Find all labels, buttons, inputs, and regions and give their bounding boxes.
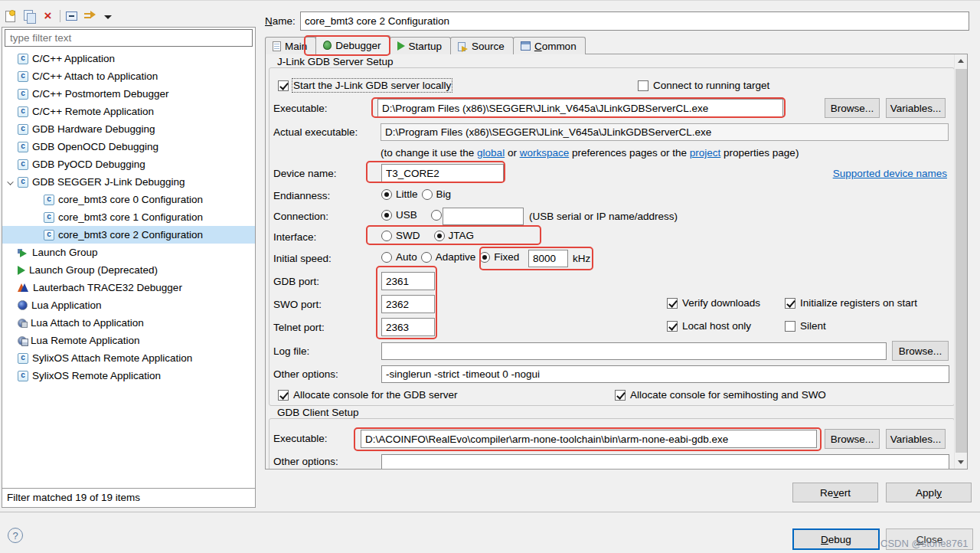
scrollbar-thumb[interactable] bbox=[956, 69, 967, 453]
expander-chevron-icon[interactable] bbox=[7, 178, 13, 185]
checkbox-icon[interactable] bbox=[667, 321, 678, 332]
c-element-icon bbox=[18, 124, 28, 135]
swd-radio[interactable] bbox=[381, 231, 392, 241]
new-configuration-icon[interactable] bbox=[5, 10, 18, 23]
tab-common[interactable]: Common bbox=[513, 37, 586, 54]
interface-label: Interface: bbox=[273, 231, 316, 243]
telnet-port-input[interactable] bbox=[381, 318, 435, 336]
tree-item-gdb-openocd[interactable]: GDB OpenOCD Debugging bbox=[2, 138, 255, 155]
tree-item-core0-config[interactable]: core_bmt3 core 0 Configuration bbox=[2, 191, 255, 208]
help-icon[interactable]: ? bbox=[8, 528, 23, 543]
tree-item-lua-remote[interactable]: Lua Remote Application bbox=[2, 332, 255, 349]
tree-item-label: Lua Application bbox=[31, 299, 102, 311]
project-properties-link[interactable]: project bbox=[690, 147, 721, 159]
tree-item-lua-attach[interactable]: Lua Attach to Application bbox=[2, 314, 255, 332]
swo-port-label: SWO port: bbox=[273, 299, 322, 310]
checkbox-icon[interactable] bbox=[278, 80, 289, 91]
little-radio[interactable] bbox=[381, 189, 392, 200]
server-browse-button[interactable]: Browse... bbox=[825, 98, 880, 118]
tab-startup[interactable]: Startup bbox=[390, 37, 452, 54]
ip-radio[interactable] bbox=[431, 210, 442, 221]
swo-port-input[interactable] bbox=[381, 295, 435, 313]
initialize-registers-checkbox[interactable]: Initialize registers on start bbox=[785, 297, 917, 309]
usb-radio[interactable] bbox=[381, 210, 392, 221]
tree-item-lauterbach-trace32[interactable]: Lauterbach TRACE32 Debugger bbox=[2, 279, 255, 296]
scroll-down-icon[interactable] bbox=[955, 456, 968, 469]
server-setup-title: J-Link GDB Server Setup bbox=[275, 56, 396, 67]
filter-configurations-icon[interactable] bbox=[84, 10, 97, 23]
client-executable-input[interactable] bbox=[361, 430, 817, 448]
debugger-bug-icon bbox=[323, 41, 332, 50]
tree-item-sylixos-attach-remote[interactable]: SylixOS Attach Remote Application bbox=[2, 349, 255, 367]
tree-item-cc-application[interactable]: C/C++ Application bbox=[2, 50, 255, 67]
tree-item-gdb-pyocd[interactable]: GDB PyOCD Debugging bbox=[2, 155, 255, 173]
supported-device-names-link[interactable]: Supported device names bbox=[833, 168, 947, 179]
allocate-server-console-checkbox[interactable]: Allocate console for the GDB server bbox=[278, 389, 458, 401]
checkbox-icon[interactable] bbox=[667, 298, 678, 309]
checkbox-icon[interactable] bbox=[278, 390, 289, 401]
tree-item-lua-application[interactable]: Lua Application bbox=[2, 296, 255, 314]
apply-button[interactable]: Apply bbox=[886, 483, 972, 502]
checkbox-icon[interactable] bbox=[785, 321, 795, 332]
server-executable-input[interactable] bbox=[377, 99, 783, 117]
log-file-browse-button[interactable]: Browse... bbox=[892, 341, 949, 361]
connection-address-input[interactable] bbox=[443, 208, 524, 225]
tree-item-core2-config[interactable]: core_bmt3 core 2 Configuration bbox=[2, 226, 255, 244]
log-file-input[interactable] bbox=[381, 342, 887, 360]
tab-source[interactable]: Source bbox=[450, 37, 514, 54]
gdb-port-input[interactable] bbox=[381, 272, 435, 290]
tree-item-cc-remote[interactable]: C/C++ Remote Application bbox=[2, 103, 255, 120]
note-text: (to change it use the bbox=[381, 147, 477, 159]
global-preferences-link[interactable]: global bbox=[477, 147, 505, 159]
local-host-only-checkbox[interactable]: Local host only bbox=[667, 320, 751, 332]
actual-executable-field bbox=[381, 123, 949, 141]
source-tab-icon bbox=[458, 41, 468, 51]
tree-item-launch-group-deprecated[interactable]: Launch Group (Deprecated) bbox=[2, 261, 255, 279]
client-variables-button[interactable]: Variables... bbox=[886, 429, 946, 449]
silent-checkbox[interactable]: Silent bbox=[785, 320, 826, 332]
delete-configuration-icon[interactable]: × bbox=[41, 10, 54, 23]
collapse-all-icon[interactable] bbox=[66, 10, 79, 23]
workspace-preferences-link[interactable]: workspace bbox=[520, 147, 570, 159]
client-other-options-input[interactable] bbox=[381, 454, 949, 470]
tab-debugger[interactable]: Debugger bbox=[315, 35, 390, 54]
vertical-scrollbar[interactable] bbox=[954, 54, 967, 469]
tree-item-gdb-hardware[interactable]: GDB Hardware Debugging bbox=[2, 120, 255, 138]
tree-item-core1-config[interactable]: core_bmt3 core 1 Configuration bbox=[2, 208, 255, 226]
checkbox-icon[interactable] bbox=[615, 390, 626, 401]
tree-item-sylixos-remote[interactable]: SylixOS Remote Application bbox=[2, 367, 255, 384]
duplicate-configuration-icon[interactable] bbox=[23, 10, 36, 23]
big-radio[interactable] bbox=[422, 189, 433, 200]
debug-button[interactable]: Debug bbox=[792, 528, 880, 550]
tab-label: Common bbox=[534, 41, 577, 52]
checkbox-icon[interactable] bbox=[638, 80, 648, 91]
connect-running-target-checkbox[interactable]: Connect to running target bbox=[638, 80, 769, 91]
adaptive-radio[interactable] bbox=[421, 252, 432, 263]
tree-item-cc-attach[interactable]: C/C++ Attach to Application bbox=[2, 67, 255, 85]
server-variables-button[interactable]: Variables... bbox=[886, 98, 946, 118]
jtag-radio[interactable] bbox=[434, 231, 445, 241]
tree-item-cc-postmortem[interactable]: C/C++ Postmortem Debugger bbox=[2, 85, 255, 103]
tab-bar: Main Debugger Startup Source Common bbox=[265, 36, 585, 54]
server-other-options-input[interactable] bbox=[381, 365, 949, 383]
fixed-speed-input[interactable] bbox=[528, 250, 568, 267]
name-input[interactable] bbox=[300, 11, 969, 31]
scroll-up-icon[interactable] bbox=[955, 54, 968, 67]
tree-item-gdb-segger-jlink[interactable]: GDB SEGGER J-Link Debugging bbox=[2, 173, 255, 191]
client-browse-button[interactable]: Browse... bbox=[825, 429, 880, 449]
auto-radio[interactable] bbox=[381, 252, 392, 263]
checkbox-icon[interactable] bbox=[785, 298, 795, 309]
tab-main[interactable]: Main bbox=[265, 37, 316, 54]
lua-remote-icon bbox=[18, 336, 27, 345]
endianness-label: Endianness: bbox=[273, 190, 330, 201]
fixed-radio[interactable] bbox=[479, 252, 490, 263]
verify-downloads-checkbox[interactable]: Verify downloads bbox=[667, 297, 760, 309]
allocate-semihosting-console-checkbox[interactable]: Allocate console for semihosting and SWO bbox=[615, 389, 826, 401]
log-file-label: Log file: bbox=[273, 345, 309, 357]
device-name-input[interactable] bbox=[381, 164, 504, 182]
filter-input[interactable] bbox=[5, 29, 253, 47]
revert-button[interactable]: Revert bbox=[792, 483, 878, 502]
start-server-locally-checkbox[interactable]: Start the J-Link GDB server locally bbox=[278, 80, 451, 91]
toolbar-dropdown-icon[interactable] bbox=[103, 14, 116, 27]
tree-item-launch-group[interactable]: Launch Group bbox=[2, 244, 255, 261]
